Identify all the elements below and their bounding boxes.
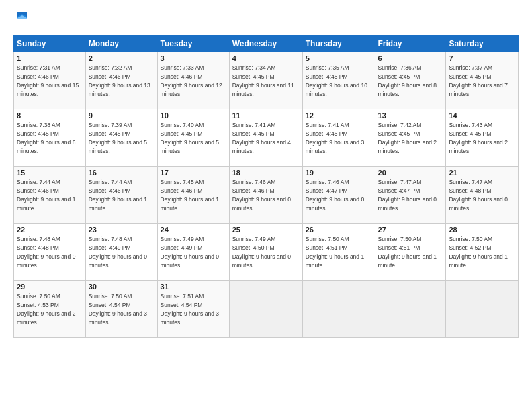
calendar-cell xyxy=(446,281,519,338)
day-detail: Sunrise: 7:50 AMSunset: 4:51 PMDaylight:… xyxy=(378,236,437,269)
day-number: 31 xyxy=(161,283,226,291)
day-detail: Sunrise: 7:31 AMSunset: 4:46 PMDaylight:… xyxy=(17,64,79,97)
day-detail: Sunrise: 7:47 AMSunset: 4:47 PMDaylight:… xyxy=(378,179,437,212)
calendar-cell: 12 Sunrise: 7:41 AMSunset: 4:45 PMDaylig… xyxy=(302,109,375,167)
day-detail: Sunrise: 7:49 AMSunset: 4:49 PMDaylight:… xyxy=(161,236,219,269)
day-number: 1 xyxy=(17,54,83,62)
logo-flag-icon xyxy=(15,10,30,25)
day-detail: Sunrise: 7:34 AMSunset: 4:45 PMDaylight:… xyxy=(232,64,294,97)
calendar-header-row: SundayMondayTuesdayWednesdayThursdayFrid… xyxy=(14,36,519,52)
day-number: 9 xyxy=(89,111,154,120)
calendar-cell: 24 Sunrise: 7:49 AMSunset: 4:49 PMDaylig… xyxy=(157,224,229,281)
day-detail: Sunrise: 7:35 AMSunset: 4:45 PMDaylight:… xyxy=(306,64,367,97)
calendar-cell xyxy=(375,281,446,338)
day-detail: Sunrise: 7:48 AMSunset: 4:49 PMDaylight:… xyxy=(89,236,147,269)
day-number: 4 xyxy=(232,54,300,62)
logo xyxy=(13,10,30,28)
day-number: 18 xyxy=(232,169,300,177)
weekday-header-thursday: Thursday xyxy=(302,36,375,52)
day-detail: Sunrise: 7:41 AMSunset: 4:45 PMDaylight:… xyxy=(306,122,364,154)
logo-text xyxy=(13,10,30,28)
calendar-cell: 16 Sunrise: 7:44 AMSunset: 4:46 PMDaylig… xyxy=(85,167,157,224)
day-number: 22 xyxy=(17,226,83,234)
calendar: SundayMondayTuesdayWednesdayThursdayFrid… xyxy=(13,35,519,338)
calendar-cell: 4 Sunrise: 7:34 AMSunset: 4:45 PMDayligh… xyxy=(229,52,302,109)
day-number: 6 xyxy=(378,54,443,62)
day-detail: Sunrise: 7:37 AMSunset: 4:45 PMDaylight:… xyxy=(449,64,507,97)
day-number: 12 xyxy=(306,111,372,120)
day-number: 29 xyxy=(17,283,83,291)
day-detail: Sunrise: 7:36 AMSunset: 4:45 PMDaylight:… xyxy=(378,64,437,97)
calendar-cell: 26 Sunrise: 7:50 AMSunset: 4:51 PMDaylig… xyxy=(302,224,375,281)
day-number: 26 xyxy=(306,226,372,234)
calendar-cell: 9 Sunrise: 7:39 AMSunset: 4:45 PMDayligh… xyxy=(85,109,157,167)
day-number: 30 xyxy=(89,283,154,291)
day-detail: Sunrise: 7:50 AMSunset: 4:53 PMDaylight:… xyxy=(17,293,75,326)
calendar-cell: 3 Sunrise: 7:33 AMSunset: 4:46 PMDayligh… xyxy=(157,52,229,109)
weekday-header-friday: Friday xyxy=(375,36,446,52)
day-detail: Sunrise: 7:50 AMSunset: 4:54 PMDaylight:… xyxy=(89,293,147,326)
day-number: 25 xyxy=(232,226,300,234)
calendar-cell: 14 Sunrise: 7:43 AMSunset: 4:45 PMDaylig… xyxy=(446,109,519,167)
day-number: 15 xyxy=(17,169,83,177)
day-number: 11 xyxy=(232,111,300,120)
day-detail: Sunrise: 7:51 AMSunset: 4:54 PMDaylight:… xyxy=(161,293,219,326)
calendar-cell: 20 Sunrise: 7:47 AMSunset: 4:47 PMDaylig… xyxy=(375,167,446,224)
calendar-week-4: 22 Sunrise: 7:48 AMSunset: 4:48 PMDaylig… xyxy=(14,224,519,281)
calendar-cell: 29 Sunrise: 7:50 AMSunset: 4:53 PMDaylig… xyxy=(14,281,86,338)
day-number: 14 xyxy=(449,111,515,120)
day-detail: Sunrise: 7:46 AMSunset: 4:46 PMDaylight:… xyxy=(232,179,291,212)
day-detail: Sunrise: 7:41 AMSunset: 4:45 PMDaylight:… xyxy=(232,122,291,154)
weekday-header-tuesday: Tuesday xyxy=(157,36,229,52)
day-number: 19 xyxy=(306,169,372,177)
day-detail: Sunrise: 7:44 AMSunset: 4:46 PMDaylight:… xyxy=(89,179,147,212)
calendar-cell: 23 Sunrise: 7:48 AMSunset: 4:49 PMDaylig… xyxy=(85,224,157,281)
day-detail: Sunrise: 7:33 AMSunset: 4:46 PMDaylight:… xyxy=(161,64,222,97)
day-number: 28 xyxy=(449,226,515,234)
day-number: 10 xyxy=(161,111,226,120)
day-number: 2 xyxy=(89,54,154,62)
day-number: 7 xyxy=(449,54,515,62)
page: SundayMondayTuesdayWednesdayThursdayFrid… xyxy=(0,0,532,411)
day-detail: Sunrise: 7:44 AMSunset: 4:46 PMDaylight:… xyxy=(17,179,75,212)
calendar-cell: 28 Sunrise: 7:50 AMSunset: 4:52 PMDaylig… xyxy=(446,224,519,281)
day-detail: Sunrise: 7:48 AMSunset: 4:48 PMDaylight:… xyxy=(17,236,75,269)
day-detail: Sunrise: 7:49 AMSunset: 4:50 PMDaylight:… xyxy=(232,236,291,269)
day-number: 27 xyxy=(378,226,443,234)
day-number: 17 xyxy=(161,169,226,177)
calendar-cell: 27 Sunrise: 7:50 AMSunset: 4:51 PMDaylig… xyxy=(375,224,446,281)
calendar-cell: 19 Sunrise: 7:46 AMSunset: 4:47 PMDaylig… xyxy=(302,167,375,224)
weekday-header-monday: Monday xyxy=(85,36,157,52)
calendar-cell: 22 Sunrise: 7:48 AMSunset: 4:48 PMDaylig… xyxy=(14,224,86,281)
calendar-cell: 18 Sunrise: 7:46 AMSunset: 4:46 PMDaylig… xyxy=(229,167,302,224)
calendar-cell: 8 Sunrise: 7:38 AMSunset: 4:45 PMDayligh… xyxy=(14,109,86,167)
day-number: 8 xyxy=(17,111,83,120)
calendar-cell: 11 Sunrise: 7:41 AMSunset: 4:45 PMDaylig… xyxy=(229,109,302,167)
day-detail: Sunrise: 7:40 AMSunset: 4:45 PMDaylight:… xyxy=(161,122,219,154)
calendar-week-5: 29 Sunrise: 7:50 AMSunset: 4:53 PMDaylig… xyxy=(14,281,519,338)
day-detail: Sunrise: 7:32 AMSunset: 4:46 PMDaylight:… xyxy=(89,64,150,97)
calendar-cell: 6 Sunrise: 7:36 AMSunset: 4:45 PMDayligh… xyxy=(375,52,446,109)
calendar-week-1: 1 Sunrise: 7:31 AMSunset: 4:46 PMDayligh… xyxy=(14,52,519,109)
day-number: 24 xyxy=(161,226,226,234)
calendar-cell: 25 Sunrise: 7:49 AMSunset: 4:50 PMDaylig… xyxy=(229,224,302,281)
calendar-cell: 31 Sunrise: 7:51 AMSunset: 4:54 PMDaylig… xyxy=(157,281,229,338)
day-detail: Sunrise: 7:46 AMSunset: 4:47 PMDaylight:… xyxy=(306,179,364,212)
calendar-cell: 2 Sunrise: 7:32 AMSunset: 4:46 PMDayligh… xyxy=(85,52,157,109)
calendar-cell: 5 Sunrise: 7:35 AMSunset: 4:45 PMDayligh… xyxy=(302,52,375,109)
day-number: 13 xyxy=(378,111,443,120)
header xyxy=(13,10,519,28)
calendar-cell: 17 Sunrise: 7:45 AMSunset: 4:46 PMDaylig… xyxy=(157,167,229,224)
calendar-cell: 30 Sunrise: 7:50 AMSunset: 4:54 PMDaylig… xyxy=(85,281,157,338)
day-number: 3 xyxy=(161,54,226,62)
calendar-week-2: 8 Sunrise: 7:38 AMSunset: 4:45 PMDayligh… xyxy=(14,109,519,167)
day-detail: Sunrise: 7:39 AMSunset: 4:45 PMDaylight:… xyxy=(89,122,147,154)
weekday-header-saturday: Saturday xyxy=(446,36,519,52)
calendar-cell: 15 Sunrise: 7:44 AMSunset: 4:46 PMDaylig… xyxy=(14,167,86,224)
weekday-header-sunday: Sunday xyxy=(14,36,86,52)
day-detail: Sunrise: 7:43 AMSunset: 4:45 PMDaylight:… xyxy=(449,122,507,154)
day-detail: Sunrise: 7:38 AMSunset: 4:45 PMDaylight:… xyxy=(17,122,75,154)
day-detail: Sunrise: 7:50 AMSunset: 4:51 PMDaylight:… xyxy=(306,236,364,269)
weekday-header-wednesday: Wednesday xyxy=(229,36,302,52)
calendar-cell: 21 Sunrise: 7:47 AMSunset: 4:48 PMDaylig… xyxy=(446,167,519,224)
